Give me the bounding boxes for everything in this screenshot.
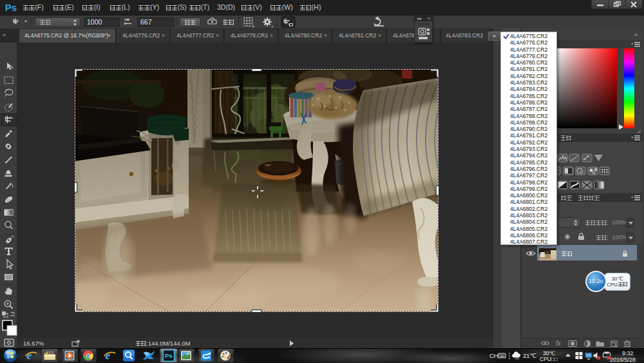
svg-text:Ps: Ps	[165, 352, 173, 359]
svg-text:2016/5/28: 2016/5/28	[610, 357, 636, 363]
svg-text:9:32: 9:32	[622, 350, 634, 357]
svg-text:e: e	[27, 349, 32, 362]
svg-text:21℃: 21℃	[523, 352, 537, 359]
svg-text:CH: CH	[489, 352, 498, 359]
svg-text:fx: fx	[556, 340, 562, 347]
svg-text:e: e	[106, 349, 111, 362]
svg-text:CPU□□: CPU□□	[540, 356, 558, 362]
